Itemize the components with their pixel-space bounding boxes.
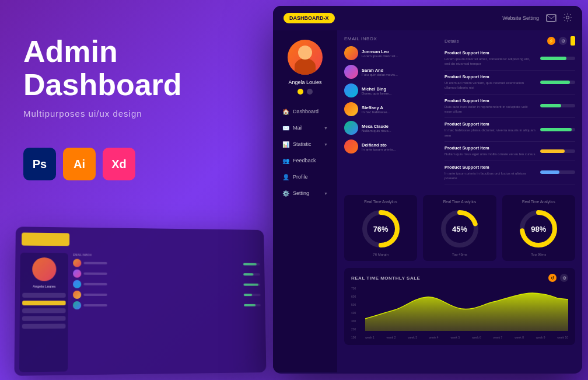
main-dashboard: DASHBOARD-X Website Setting Angela Louie… bbox=[273, 6, 582, 374]
monthly-sale-section: REAL TIME MONTHLY SALE ↺ ⚙ 700 600 500 4… bbox=[344, 268, 575, 345]
nav-item-profile[interactable]: 👤 Profile bbox=[279, 169, 331, 184]
small-list-item bbox=[73, 291, 261, 299]
donut-3: 98% bbox=[518, 208, 559, 249]
details-bar-stripe bbox=[570, 36, 575, 46]
email-info-1: Jonnson Leo Lorem ipsum dolor sit... bbox=[362, 49, 438, 58]
nav-item-dashboard[interactable]: 🏠 Dashboard bbox=[279, 104, 331, 119]
details-orange-icon[interactable]: ⚡ bbox=[547, 37, 555, 45]
email-info-4: Steffany A In hac habitasse... bbox=[362, 105, 438, 114]
donut-percent-1: 76% bbox=[373, 225, 388, 233]
content-top-row: EMAIL INBOX Jonnson Leo Lorem ipsum dolo… bbox=[344, 36, 575, 188]
email-info-5: Meca Claude Nullam quis risus... bbox=[362, 124, 438, 133]
email-info-6: Delfland sto In ante ipsum primis... bbox=[362, 142, 438, 151]
sale-gear-icon[interactable]: ⚙ bbox=[560, 274, 568, 282]
detail-progress-5 bbox=[540, 149, 575, 153]
sale-header-icons: ↺ ⚙ bbox=[548, 274, 568, 282]
email-item-2[interactable]: Sarah And Futu quin dolut movis... bbox=[344, 65, 438, 79]
x-label-9: week 9 bbox=[536, 336, 545, 339]
settings-icon[interactable] bbox=[564, 13, 572, 23]
y-label-400: 400 bbox=[351, 311, 356, 315]
statistic-arrow: ▼ bbox=[324, 142, 328, 147]
page-title: Admin Dashboard bbox=[23, 35, 245, 102]
user-name: Angela Louies bbox=[288, 79, 321, 85]
small-main-content: EMAIL INBOX bbox=[72, 253, 261, 371]
sale-chart: 700 600 500 400 300 200 100 bbox=[351, 287, 568, 339]
email-name-2: Sarah And bbox=[362, 68, 438, 73]
detail-name-3: Product Support Item bbox=[444, 98, 536, 103]
detail-item-3[interactable]: Product Support Item Duis aute irure dol… bbox=[444, 98, 575, 118]
x-label-7: week 7 bbox=[494, 336, 503, 339]
user-sun-icon[interactable] bbox=[298, 89, 303, 95]
email-item-5[interactable]: Meca Claude Nullam quis risus... bbox=[344, 121, 438, 135]
user-avatar bbox=[288, 40, 323, 75]
sale-refresh-icon[interactable]: ↺ bbox=[548, 274, 556, 282]
analytics-label-3: Real Time Analytics bbox=[507, 200, 570, 204]
sale-header: REAL TIME MONTHLY SALE ↺ ⚙ bbox=[351, 274, 568, 282]
email-item-1[interactable]: Jonnson Leo Lorem ipsum dolor sit... bbox=[344, 46, 438, 60]
website-setting-label: Website Setting bbox=[502, 15, 539, 21]
detail-item-4[interactable]: Product Support Item In hac habitasse pl… bbox=[444, 121, 575, 142]
details-gear-icon[interactable]: ⚙ bbox=[559, 37, 567, 45]
email-name-6: Delfland sto bbox=[362, 142, 438, 148]
detail-info-5: Product Support Item Nullam quis risus e… bbox=[444, 145, 536, 156]
badge-ps: Ps bbox=[23, 148, 56, 180]
email-inbox-section: EMAIL INBOX Jonnson Leo Lorem ipsum dolo… bbox=[344, 36, 438, 188]
detail-info-1: Product Support Item Lorem ipsum dolor s… bbox=[444, 50, 536, 67]
mail-nav-icon: ✉️ bbox=[282, 124, 289, 131]
dashboard-nav-icon: 🏠 bbox=[282, 108, 289, 115]
y-label-300: 300 bbox=[351, 319, 356, 323]
x-label-1: week 1 bbox=[365, 336, 374, 339]
analytics-label-1: Real Time Analytics bbox=[349, 200, 412, 204]
analytics-card-1: Real Time Analytics 76% 76 Margin bbox=[344, 195, 417, 261]
detail-item-2[interactable]: Product Support Item Ut enim ad minim ve… bbox=[444, 74, 575, 95]
email-item-3[interactable]: Michel Bing Donec quis lorem... bbox=[344, 83, 438, 97]
detail-desc-6: In ante ipsum primis in faucibus orci lu… bbox=[444, 171, 536, 181]
small-nav-1 bbox=[22, 293, 65, 298]
y-label-600: 600 bbox=[351, 295, 356, 298]
dashboard-header: DASHBOARD-X Website Setting bbox=[273, 6, 582, 30]
user-gear-icon[interactable] bbox=[307, 89, 313, 95]
small-nav-5 bbox=[22, 324, 66, 329]
nav-label-dashboard: Dashboard bbox=[293, 109, 328, 114]
nav-item-statistic[interactable]: 📊 Statistic ▼ bbox=[279, 137, 331, 152]
nav-item-setting[interactable]: ⚙️ Setting ▼ bbox=[279, 186, 331, 201]
email-info-3: Michel Bing Donec quis lorem... bbox=[362, 86, 438, 95]
detail-desc-4: In hac habitasse platea dictumst, viverr… bbox=[444, 128, 536, 138]
email-info-2: Sarah And Futu quin dolut movis... bbox=[362, 68, 438, 76]
detail-info-3: Product Support Item Duis aute irure dol… bbox=[444, 98, 536, 114]
svg-point-1 bbox=[566, 16, 569, 19]
email-avatar-5 bbox=[344, 121, 358, 135]
sale-title: REAL TIME MONTHLY SALE bbox=[351, 276, 420, 281]
details-icons: ⚡ ⚙ bbox=[547, 36, 575, 46]
badge-xd: Xd bbox=[103, 148, 135, 180]
mail-arrow: ▼ bbox=[324, 126, 328, 130]
analytics-sublabel-1: 76 Margin bbox=[349, 253, 412, 256]
x-label-4: week 4 bbox=[429, 336, 439, 339]
nav-label-setting: Setting bbox=[293, 190, 320, 196]
email-avatar-3 bbox=[344, 83, 358, 97]
detail-item-1[interactable]: Product Support Item Lorem ipsum dolor s… bbox=[444, 50, 575, 71]
badge-ai: Ai bbox=[63, 148, 96, 180]
mail-icon[interactable] bbox=[546, 14, 556, 22]
y-label-700: 700 bbox=[351, 287, 356, 290]
detail-item-6[interactable]: Product Support Item In ante ipsum primi… bbox=[444, 165, 575, 185]
email-inbox-title: EMAIL INBOX bbox=[344, 36, 438, 41]
small-list-item bbox=[73, 301, 261, 309]
email-avatar-1 bbox=[344, 46, 358, 60]
detail-item-5[interactable]: Product Support Item Nullam quis risus e… bbox=[444, 145, 575, 161]
detail-progress-4 bbox=[540, 128, 575, 131]
chart-y-labels: 700 600 500 400 300 200 100 bbox=[351, 287, 356, 339]
email-avatar-4 bbox=[344, 102, 358, 116]
email-preview-1: Lorem ipsum dolor sit... bbox=[362, 54, 438, 58]
nav-item-feedback[interactable]: 👥 Feedback bbox=[279, 153, 331, 168]
dashboard-logo[interactable]: DASHBOARD-X bbox=[284, 13, 335, 23]
statistic-nav-icon: 📊 bbox=[282, 141, 289, 148]
nav-item-mail[interactable]: ✉️ Mail ▼ bbox=[279, 120, 331, 135]
detail-progress-6 bbox=[540, 170, 575, 174]
x-label-5: week 5 bbox=[450, 336, 460, 339]
email-item-4[interactable]: Steffany A In hac habitasse... bbox=[344, 102, 438, 116]
x-label-3: week 3 bbox=[408, 336, 417, 339]
chart-area bbox=[365, 287, 568, 331]
email-item-6[interactable]: Delfland sto In ante ipsum primis... bbox=[344, 140, 438, 154]
y-label-200: 200 bbox=[351, 327, 356, 331]
